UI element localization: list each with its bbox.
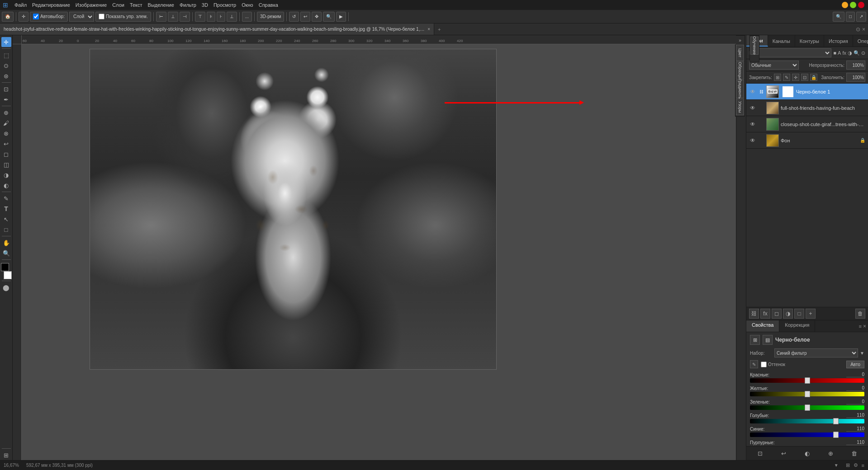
visibility-eye-0[interactable]: 👁 <box>749 88 756 95</box>
add-mask-btn[interactable]: ◻ <box>772 309 782 319</box>
app-logo-icon[interactable]: ⊞ <box>3 1 8 9</box>
clone-stamp-icon[interactable]: ⊗ <box>1 128 11 138</box>
status-arrange-icon[interactable]: ⊞ <box>846 462 850 468</box>
search-button[interactable]: 🔍 <box>833 12 844 22</box>
path-selection-icon[interactable]: ↖ <box>1 214 11 224</box>
patterns-panel-icon[interactable]: Узоры <box>736 99 744 115</box>
layer-item-bg[interactable]: 👁 Фон 🔒 <box>746 132 868 149</box>
tab-correction[interactable]: Коррекция <box>779 320 815 332</box>
clip-btn[interactable]: ⊡ <box>755 448 765 458</box>
tint-checkbox[interactable] <box>761 362 767 367</box>
slider-blue-input[interactable]: 110 <box>846 426 864 432</box>
document-tab[interactable]: headshot-joyful-attractive-redhead-femal… <box>0 24 434 35</box>
menu-text[interactable]: Текст <box>127 2 145 8</box>
doc-close-icon[interactable]: × <box>862 26 865 33</box>
pan-btn[interactable]: ✥ <box>312 12 322 22</box>
reset-to-default-btn[interactable]: ↩ <box>778 448 788 458</box>
slider-cyan-track[interactable] <box>750 419 864 423</box>
healing-brush-icon[interactable]: ⊕ <box>1 108 11 118</box>
video-btn[interactable]: ▶ <box>336 12 346 22</box>
preset-expand-icon[interactable]: ▼ <box>860 351 864 356</box>
filter-attr-icon[interactable]: 🔍 <box>854 50 860 56</box>
delete-layer-btn[interactable]: 🗑 <box>855 309 865 319</box>
text-tool-icon[interactable]: T <box>1 204 11 214</box>
menu-select[interactable]: Выделение <box>145 2 177 8</box>
share-btn[interactable]: ↗ <box>856 12 866 22</box>
slider-green-thumb[interactable] <box>805 404 810 411</box>
zoom-tool-icon[interactable]: 🔍 <box>1 248 11 258</box>
color-panel-icon[interactable]: Цвет <box>736 45 744 61</box>
status-settings-icon[interactable]: ⚙ <box>854 462 858 468</box>
lock-artboard-btn[interactable]: ⊡ <box>801 74 808 81</box>
filter-toggle-icon[interactable]: ⊙ <box>861 50 865 56</box>
maximize-button[interactable]: □ <box>850 2 856 8</box>
lock-transparent-btn[interactable]: ⊞ <box>774 74 781 81</box>
slider-yellow-input[interactable]: 0 <box>846 385 864 391</box>
slider-red-thumb[interactable] <box>805 377 810 384</box>
slider-blue-track[interactable] <box>750 432 864 437</box>
menu-window[interactable]: Окно <box>239 2 256 8</box>
rotate-reset-btn[interactable]: ↺ <box>289 12 299 22</box>
tab-properties[interactable]: Свойства <box>746 320 779 332</box>
home-button[interactable]: 🏠 <box>2 12 14 22</box>
lasso-tool-icon[interactable]: ⊙ <box>1 61 11 70</box>
status-more-icon[interactable]: ≡ <box>862 463 864 468</box>
opacity-input[interactable]: 100% <box>846 61 865 70</box>
align-right-btn[interactable]: ⊣ <box>180 12 190 22</box>
filter-type-icon[interactable]: ■ <box>833 50 836 56</box>
dodge-tool-icon[interactable]: ◐ <box>1 180 11 190</box>
view-previous-btn[interactable]: ◐ <box>802 448 812 458</box>
slider-green-track[interactable] <box>750 405 864 410</box>
view-next-btn[interactable]: ⊕ <box>826 448 836 458</box>
learn-panel-icon[interactable]: Обучение <box>749 35 759 62</box>
menu-help[interactable]: Справка <box>256 2 281 8</box>
align-bottom-btn[interactable]: ⊦ <box>217 12 225 22</box>
blur-tool-icon[interactable]: ◑ <box>1 170 11 180</box>
tab-channels[interactable]: Каналы <box>768 35 795 47</box>
visibility-eye-1[interactable]: 👁 <box>749 104 756 112</box>
move-tool-icon[interactable]: ✛ <box>1 37 11 47</box>
tab-actions[interactable]: Операции <box>853 35 868 47</box>
filter-mode-icon[interactable]: ◑ <box>848 50 852 56</box>
slider-blue-thumb[interactable] <box>833 432 839 438</box>
slider-magenta-input[interactable]: 110 <box>846 440 864 445</box>
menu-layers[interactable]: Слои <box>109 2 127 8</box>
menu-image[interactable]: Изображение <box>73 2 109 8</box>
filter-name-icon[interactable]: A <box>838 50 841 56</box>
fill-input[interactable]: 100% <box>846 73 865 82</box>
hand-tool-icon[interactable]: ✋ <box>1 238 11 248</box>
tint-options-icon[interactable]: ✎ <box>750 360 758 368</box>
canvas-image[interactable] <box>90 49 497 370</box>
background-color-swatch[interactable] <box>4 271 12 279</box>
preset-select[interactable]: Синий фильтр <box>774 348 858 357</box>
layer-item-bw[interactable]: 👁 ⛓ B&W Черно-белое 1 <box>746 84 868 100</box>
swatches-panel-icon[interactable]: Образцы <box>736 61 744 80</box>
quick-mask-icon[interactable]: ⬤ <box>1 282 11 292</box>
screen-mode-icon[interactable]: ⊞ <box>1 450 11 460</box>
props-icon-right[interactable]: ▤ <box>763 335 773 345</box>
foreground-color-swatch[interactable] <box>1 263 9 271</box>
menu-filter[interactable]: Фильтр <box>177 2 199 8</box>
new-tab-btn[interactable]: + <box>434 24 444 35</box>
show-transform-button[interactable]: Показать упр. элем. <box>95 12 151 22</box>
show-transform-checkbox[interactable] <box>99 14 104 19</box>
zoom-3d-btn[interactable]: 🔍 <box>323 12 335 22</box>
quick-select-icon[interactable]: ⊛ <box>1 71 11 81</box>
align-center-h-btn[interactable]: ⊥ <box>168 12 178 22</box>
slider-cyan-input[interactable]: 110 <box>846 413 864 418</box>
tab-close-icon[interactable]: × <box>427 27 430 32</box>
move-tool-button[interactable]: ✛ <box>19 12 28 22</box>
crop-tool-icon[interactable]: ⊡ <box>1 84 11 94</box>
new-group-btn[interactable]: □ <box>794 309 804 319</box>
tab-history[interactable]: История <box>824 35 853 47</box>
brush-tool-icon[interactable]: 🖌 <box>1 118 11 128</box>
layer-chain-1[interactable] <box>758 105 764 111</box>
eyedropper-icon[interactable]: ✒ <box>1 94 11 104</box>
slider-red-input[interactable]: 0 <box>846 372 864 377</box>
menu-view[interactable]: Просмотр <box>211 2 239 8</box>
delete-adjustment-btn[interactable]: 🗑 <box>849 448 859 458</box>
new-adjustment-btn[interactable]: ◑ <box>783 309 793 319</box>
layer-chain-0[interactable]: ⛓ <box>758 89 764 95</box>
shape-tool-icon[interactable]: □ <box>1 225 11 235</box>
layer-item-giraffe[interactable]: 👁 closeup-shot-cute-giraf...trees-with-g… <box>746 116 868 132</box>
